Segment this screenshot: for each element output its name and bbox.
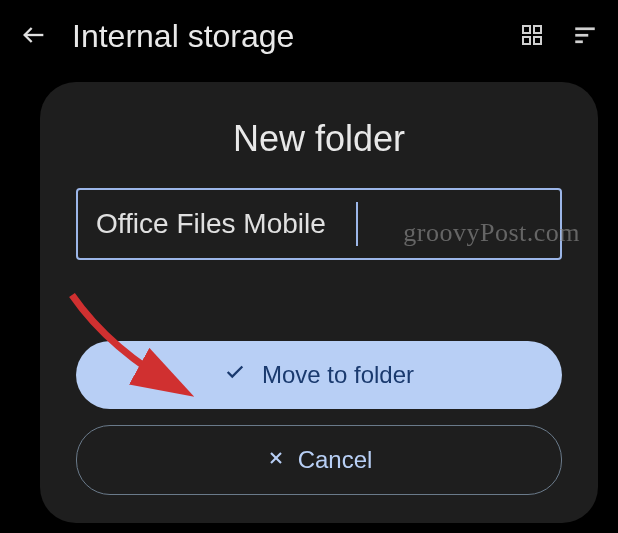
secondary-button-label: Cancel — [298, 446, 373, 474]
svg-rect-7 — [575, 40, 583, 43]
dialog-title: New folder — [76, 118, 562, 160]
cancel-button[interactable]: Cancel — [76, 425, 562, 495]
svg-rect-5 — [575, 27, 595, 30]
app-header: Internal storage — [0, 0, 618, 73]
text-cursor-icon — [356, 202, 358, 246]
close-icon — [266, 446, 286, 474]
svg-rect-3 — [523, 37, 530, 44]
folder-name-input-wrap — [76, 188, 562, 260]
page-title: Internal storage — [72, 18, 496, 55]
folder-name-input[interactable] — [76, 188, 562, 260]
back-arrow-icon[interactable] — [20, 21, 48, 53]
svg-rect-2 — [534, 26, 541, 33]
check-icon — [224, 361, 246, 389]
move-to-folder-button[interactable]: Move to folder — [76, 341, 562, 409]
new-folder-dialog: New folder Move to folder Cancel — [40, 82, 598, 523]
header-actions — [520, 22, 598, 52]
primary-button-label: Move to folder — [262, 361, 414, 389]
sort-icon[interactable] — [572, 22, 598, 52]
svg-rect-4 — [534, 37, 541, 44]
view-grid-icon[interactable] — [520, 23, 544, 51]
svg-rect-1 — [523, 26, 530, 33]
svg-rect-6 — [575, 33, 588, 36]
